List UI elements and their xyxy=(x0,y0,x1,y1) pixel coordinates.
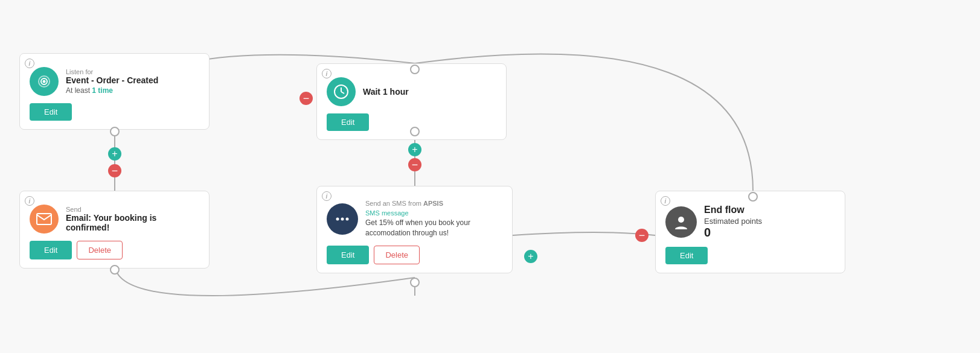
svg-point-5 xyxy=(43,80,46,83)
end-top-connector xyxy=(748,192,758,202)
end-info-icon: i xyxy=(661,196,670,206)
listen-info-icon: i xyxy=(25,59,34,68)
email-delete-button[interactable]: Delete xyxy=(77,241,123,259)
remove-to-wait[interactable]: − xyxy=(299,92,313,105)
send-email-node: i Send Email: Your booking is confirmed!… xyxy=(19,191,210,269)
email-edit-button[interactable]: Edit xyxy=(30,241,72,259)
wait-top-connector xyxy=(410,65,420,74)
listen-title: Event - Order - Created xyxy=(66,75,158,85)
email-label: Send xyxy=(66,206,199,213)
svg-line-9 xyxy=(341,92,344,94)
end-title: End flow xyxy=(704,205,762,215)
listen-event-node: i Listen for Event - Order - Created At … xyxy=(19,53,210,130)
remove-to-end[interactable]: − xyxy=(635,229,649,242)
svg-point-11 xyxy=(341,217,344,220)
sms-label: Send an SMS from APSIS xyxy=(365,200,502,207)
sms-bottom-connector xyxy=(410,278,420,287)
sms-message-text: Get 15% off when you book your accomodat… xyxy=(365,218,502,238)
end-subtitle: Estimated points 0 xyxy=(704,217,762,240)
email-bottom-connector xyxy=(110,265,120,275)
send-sms-node: i Send an SMS from APSIS SMS message Get… xyxy=(316,186,513,273)
end-icon xyxy=(665,206,697,238)
wait-edit-button[interactable]: Edit xyxy=(327,113,369,131)
listen-bottom-connector xyxy=(110,127,120,136)
sms-edit-button[interactable]: Edit xyxy=(327,246,369,264)
end-edit-button[interactable]: Edit xyxy=(665,247,708,264)
listen-icon xyxy=(30,67,59,96)
svg-point-13 xyxy=(678,217,684,223)
email-info-icon: i xyxy=(25,196,34,206)
remove-step-wait-sms[interactable]: − xyxy=(408,158,421,171)
sms-info-icon: i xyxy=(322,191,331,201)
wait-info-icon: i xyxy=(322,69,331,78)
email-icon xyxy=(30,205,59,234)
add-step-listen-email[interactable]: + xyxy=(108,147,121,161)
email-title: Email: Your booking is confirmed! xyxy=(66,213,199,232)
add-step-wait-sms[interactable]: + xyxy=(408,143,421,156)
wait-bottom-connector xyxy=(410,127,420,136)
wait-icon xyxy=(327,77,356,106)
listen-edit-button[interactable]: Edit xyxy=(30,103,72,121)
sms-icon xyxy=(327,203,358,235)
wait-title: Wait 1 hour xyxy=(363,87,409,97)
sms-delete-button[interactable]: Delete xyxy=(374,246,420,264)
listen-subtitle: At least 1 time xyxy=(66,86,158,95)
listen-label: Listen for xyxy=(66,68,158,75)
end-flow-node: i End flow Estimated points 0 Edit xyxy=(655,191,845,273)
sms-message-label: SMS message xyxy=(365,209,502,217)
add-step-sms-end[interactable]: + xyxy=(524,250,537,263)
remove-step-listen-email[interactable]: − xyxy=(108,164,121,177)
svg-point-10 xyxy=(336,217,339,220)
svg-point-12 xyxy=(346,217,349,220)
